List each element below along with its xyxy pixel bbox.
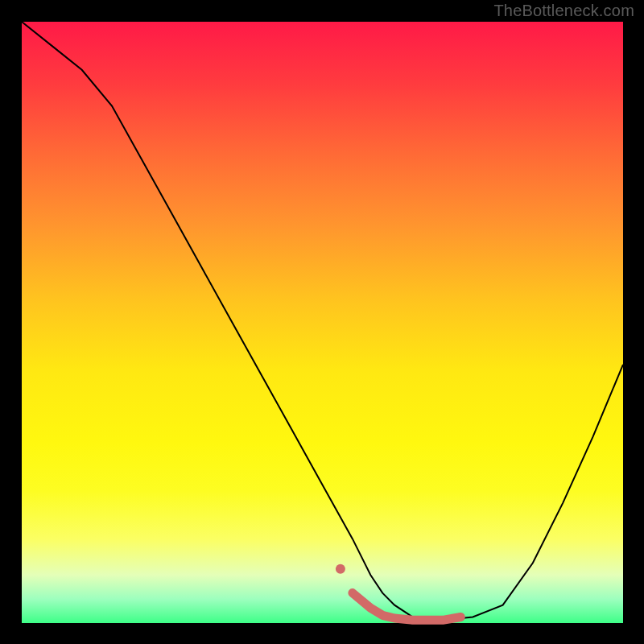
- attribution-text: TheBottleneck.com: [493, 2, 634, 20]
- highlight-start-dot: [336, 564, 345, 574]
- highlight-segment-path: [353, 593, 460, 621]
- bottleneck-chart: [22, 22, 623, 623]
- chart-plot-area: [22, 22, 623, 623]
- bottleneck-curve-path: [22, 22, 623, 620]
